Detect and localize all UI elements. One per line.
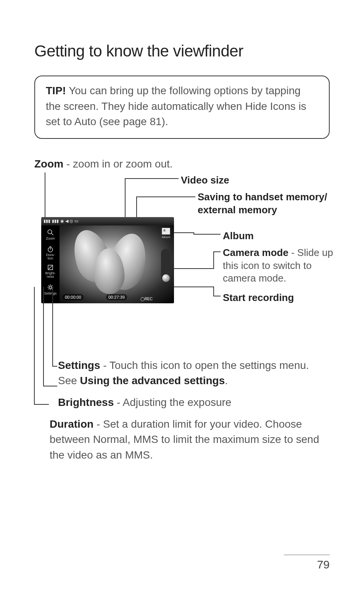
total-time: 00:27:39 <box>106 294 127 300</box>
preview-image <box>60 225 174 303</box>
svg-line-15 <box>52 285 52 286</box>
diagram: ▮▮▮ ▮▮▮ ◉ ◀ ◎ ▭ Zoom Dura- tion <box>34 172 330 336</box>
label-start-recording: Start recording <box>223 291 294 304</box>
left-toolbar: Zoom Dura- tion Bright- ness Settings <box>41 225 60 303</box>
duration-icon <box>47 246 54 253</box>
duration-button[interactable]: Dura- tion <box>41 244 60 262</box>
zoom-button[interactable]: Zoom <box>41 225 60 244</box>
signal-icon: ▮▮▮ <box>43 219 50 224</box>
rec-label: REC <box>145 297 153 301</box>
label-saving: Saving to handset memory/ external memor… <box>198 191 339 217</box>
desc-brightness-b: Brightness <box>58 396 114 408</box>
zoom-label: Zoom <box>34 158 63 170</box>
status-bar: ▮▮▮ ▮▮▮ ◉ ◀ ◎ ▭ <box>41 217 174 225</box>
right-toolbar: Album <box>159 228 172 283</box>
zoom-icon <box>47 229 54 236</box>
desc-brightness: Brightness - Adjusting the exposure <box>34 395 330 410</box>
brightness-button-label: Bright- ness <box>45 272 56 278</box>
page-number: 79 <box>284 558 330 571</box>
label-video-size-text: Video size <box>181 174 229 186</box>
label-album-text: Album <box>223 230 254 241</box>
settings-button[interactable]: Settings <box>41 280 60 299</box>
album-icon <box>162 228 170 235</box>
elapsed-time: 00:00:00 <box>63 294 84 300</box>
svg-line-7 <box>49 266 52 269</box>
svg-line-16 <box>48 288 49 289</box>
label-camera-mode-b: Camera mode <box>223 247 288 258</box>
battery-icon: ▮▮▮ <box>52 219 59 224</box>
duration-button-label: Dura- tion <box>46 253 55 260</box>
desc-settings-t2: . <box>225 375 228 386</box>
label-saving-text: Saving to handset memory/ external memor… <box>198 191 327 216</box>
svg-line-14 <box>52 288 52 289</box>
zoom-desc: - zoom in or zoom out. <box>63 158 172 170</box>
viewfinder-screenshot: ▮▮▮ ▮▮▮ ◉ ◀ ◎ ▭ Zoom Dura- tion <box>41 217 174 303</box>
album-button-label: Album <box>162 235 171 239</box>
zoom-button-label: Zoom <box>46 237 55 240</box>
status-icons: ◉ ◀ ◎ ▭ <box>60 219 78 224</box>
desc-settings-b: Settings <box>58 359 100 371</box>
page-title: Getting to know the viewfinder <box>34 42 330 60</box>
footer-rule <box>284 555 330 555</box>
desc-settings: Settings - Touch this icon to open the s… <box>34 358 330 389</box>
zoom-line: Zoom - zoom in or zoom out. <box>34 158 330 170</box>
settings-button-label: Settings <box>44 291 57 295</box>
tip-label: TIP! <box>46 85 66 97</box>
below-section: Settings - Touch this icon to open the s… <box>34 336 330 463</box>
rec-indicator: ◯REC <box>140 297 153 301</box>
tip-box: TIP! You can bring up the following opti… <box>34 76 330 139</box>
label-camera-mode: Camera mode - Slide up this icon to swit… <box>223 246 345 285</box>
album-button[interactable]: Album <box>162 228 171 239</box>
svg-point-1 <box>48 230 52 234</box>
label-video-size: Video size <box>181 174 229 187</box>
label-start-recording-text: Start recording <box>223 292 294 303</box>
svg-line-2 <box>51 233 53 235</box>
label-album: Album <box>223 230 254 243</box>
camera-mode-slider[interactable] <box>161 249 171 283</box>
brightness-button[interactable]: Bright- ness <box>41 262 60 280</box>
footer: 79 <box>284 555 330 571</box>
desc-duration: Duration - Set a duration limit for your… <box>34 417 330 463</box>
desc-brightness-t: - Adjusting the exposure <box>114 396 231 408</box>
brightness-icon <box>47 264 54 271</box>
gear-icon <box>47 284 54 291</box>
desc-duration-b: Duration <box>50 418 93 430</box>
svg-line-13 <box>48 285 49 286</box>
tip-text: You can bring up the following options b… <box>46 85 306 127</box>
svg-point-8 <box>49 286 52 288</box>
page: Getting to know the viewfinder TIP! You … <box>0 0 364 594</box>
desc-settings-b2: Using the advanced settings <box>80 375 225 386</box>
